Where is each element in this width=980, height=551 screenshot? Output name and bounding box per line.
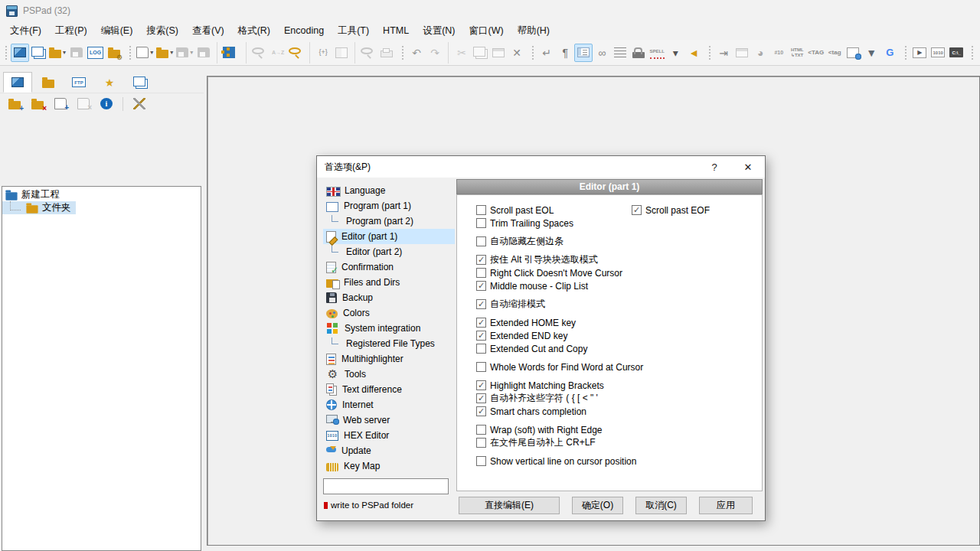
- html-validate-filter-button[interactable]: ▼: [862, 44, 880, 62]
- add-folder-to-project-button[interactable]: +: [5, 95, 24, 113]
- dialog-close-button[interactable]: ✕: [731, 156, 765, 178]
- category-hex-editor[interactable]: 1010HEX Editor: [323, 428, 455, 443]
- checkbox[interactable]: [476, 299, 486, 309]
- checkbox[interactable]: [476, 331, 486, 341]
- copy-project-button[interactable]: [29, 44, 47, 62]
- char-statistics-button[interactable]: ◕: [751, 44, 769, 62]
- more-options-button[interactable]: ▾: [666, 44, 684, 62]
- toolbar-grip[interactable]: [708, 45, 712, 60]
- code-goggles-button[interactable]: ∞: [593, 44, 611, 62]
- new-file-dropdown-icon[interactable]: ▾: [150, 49, 153, 56]
- log-window-button[interactable]: LOG: [86, 44, 105, 62]
- checkbox[interactable]: [476, 255, 486, 265]
- add-file-to-project-button[interactable]: +: [51, 95, 70, 113]
- code-explorer-button[interactable]: {+}: [314, 44, 332, 62]
- checkbox[interactable]: [476, 236, 486, 246]
- command-line-button[interactable]: C:\_: [947, 44, 965, 62]
- cancel-button[interactable]: 取消(C): [635, 497, 687, 514]
- html-to-text-button[interactable]: HTML ↳TXT: [788, 44, 806, 62]
- menu-item-2[interactable]: 工程(P): [48, 22, 94, 40]
- category-search-input[interactable]: [323, 478, 449, 494]
- category-key-map[interactable]: Key Map: [323, 458, 455, 474]
- word-wrap-button[interactable]: ↵: [537, 44, 556, 62]
- search-in-files-button[interactable]: [287, 44, 305, 62]
- category-program-part-2-[interactable]: Program (part 2): [323, 214, 455, 229]
- indent-block-button[interactable]: ⇥: [714, 44, 733, 62]
- project-info-button[interactable]: i: [96, 95, 116, 113]
- apply-button[interactable]: 应用: [699, 497, 753, 514]
- delete-button[interactable]: ✕: [508, 44, 526, 62]
- find-next-az-button[interactable]: A→Z: [269, 44, 287, 62]
- redo-button[interactable]: ↷: [426, 44, 444, 62]
- run-interpreter-button[interactable]: ▶: [910, 44, 929, 62]
- menu-item-3[interactable]: 编辑(E): [94, 22, 140, 40]
- open-file-dropdown-icon[interactable]: ▾: [170, 49, 173, 56]
- tag-lowercase-button[interactable]: <tag: [825, 44, 844, 62]
- checkbox[interactable]: [476, 362, 486, 372]
- toolbar-grip[interactable]: [129, 45, 132, 60]
- line-numbers-button[interactable]: [574, 44, 593, 62]
- toolbar-grip[interactable]: [5, 45, 8, 60]
- checkbox[interactable]: [476, 393, 486, 403]
- checkbox[interactable]: [476, 438, 486, 448]
- copy-button[interactable]: [471, 44, 489, 62]
- save-file-button[interactable]: ▾: [175, 44, 194, 62]
- spell-check-button[interactable]: SPELL: [648, 44, 666, 62]
- dialog-help-button[interactable]: ?: [697, 156, 731, 178]
- toolbar-grip[interactable]: [971, 45, 975, 60]
- category-confirmation[interactable]: Confirmation: [323, 259, 455, 275]
- ok-button[interactable]: 确定(O): [572, 497, 623, 514]
- ascii-value-button[interactable]: #10: [769, 44, 788, 62]
- category-backup[interactable]: Backup: [323, 290, 455, 305]
- checkbox[interactable]: [476, 406, 486, 416]
- checkbox[interactable]: [476, 268, 486, 278]
- category-web-server[interactable]: Web server: [323, 412, 455, 428]
- checkbox[interactable]: [476, 425, 486, 435]
- checkbox[interactable]: [476, 218, 486, 228]
- open-project-button[interactable]: ▾: [47, 44, 67, 62]
- menu-item-10[interactable]: 设置(N): [416, 22, 462, 40]
- tab-favorites[interactable]: ★: [95, 72, 124, 93]
- project-settings-button[interactable]: [105, 44, 123, 62]
- project-tools-button[interactable]: [129, 95, 149, 113]
- google-search-button[interactable]: G: [880, 44, 899, 62]
- tab-windows[interactable]: [126, 72, 155, 93]
- menu-item-9[interactable]: HTML: [376, 23, 416, 38]
- save-project-button[interactable]: [67, 44, 86, 62]
- menu-item-5[interactable]: 查看(V): [185, 22, 231, 40]
- checkbox[interactable]: [476, 318, 486, 328]
- checkbox[interactable]: [476, 380, 486, 390]
- search-button[interactable]: [250, 44, 269, 62]
- remove-file-from-project-button[interactable]: ×: [74, 95, 93, 113]
- tab-files[interactable]: [34, 72, 63, 93]
- tree-item[interactable]: 新建工程: [2, 188, 64, 201]
- menu-item-8[interactable]: 工具(T): [331, 22, 376, 40]
- category-internet[interactable]: Internet: [323, 397, 455, 412]
- show-formatting-button[interactable]: ¶: [556, 44, 574, 62]
- dictionary-button[interactable]: [332, 44, 351, 62]
- checkbox[interactable]: [476, 456, 486, 466]
- todo-list-button[interactable]: [611, 44, 629, 62]
- category-editor-part-1-[interactable]: Editor (part 1): [323, 229, 455, 244]
- open-project-dropdown-icon[interactable]: ▾: [63, 49, 66, 56]
- category-registered-file-types[interactable]: Registered File Types: [323, 336, 455, 351]
- menu-item-11[interactable]: 窗口(W): [462, 22, 511, 40]
- lock-file-button[interactable]: [629, 44, 648, 62]
- tab-ftp[interactable]: FTP: [64, 72, 93, 93]
- menu-item-1[interactable]: 文件(F): [3, 22, 48, 40]
- cut-button[interactable]: ✂: [452, 44, 471, 62]
- tab-project[interactable]: [3, 72, 32, 93]
- hex-view-button[interactable]: 1010: [929, 44, 947, 62]
- paste-button[interactable]: [489, 44, 508, 62]
- toolbar-grip[interactable]: [531, 45, 535, 60]
- reformat-window-button[interactable]: [733, 44, 751, 62]
- remove-folder-from-project-button[interactable]: ×: [28, 95, 47, 113]
- category-system-integration[interactable]: System integration: [323, 321, 455, 336]
- undo-button[interactable]: ↶: [407, 44, 426, 62]
- save-all-button[interactable]: [194, 44, 213, 62]
- checkbox[interactable]: [632, 205, 642, 215]
- category-program-part-1-[interactable]: Program (part 1): [323, 198, 455, 214]
- category-files-and-dirs[interactable]: Files and Dirs: [323, 275, 455, 290]
- category-update[interactable]: Update: [323, 443, 455, 458]
- menu-item-6[interactable]: 格式(R): [231, 22, 277, 40]
